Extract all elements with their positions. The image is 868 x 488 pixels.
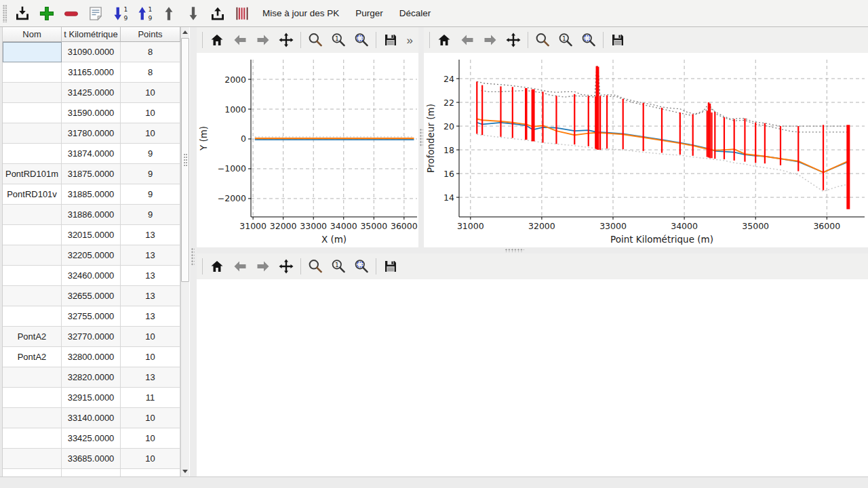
table-cell[interactable]: 13: [121, 367, 180, 388]
table-cell[interactable]: 10: [121, 103, 180, 123]
home-button[interactable]: [206, 256, 228, 277]
table-cell[interactable]: 13: [121, 266, 180, 286]
zoom-rect-button[interactable]: [351, 256, 372, 277]
table-cell[interactable]: 10: [121, 449, 180, 469]
table-cell[interactable]: [3, 266, 62, 286]
pan-button[interactable]: [502, 29, 524, 51]
table-cell[interactable]: 10: [121, 327, 180, 347]
table-cell[interactable]: [3, 245, 62, 266]
home-button[interactable]: [433, 29, 455, 51]
table-cell[interactable]: 31874.0000: [62, 144, 121, 164]
table-cell[interactable]: 31165.0000: [62, 62, 121, 83]
table-cell[interactable]: [3, 286, 62, 306]
bottom-chart-canvas[interactable]: [197, 279, 868, 476]
table-cell[interactable]: [3, 225, 62, 245]
table-cell[interactable]: [3, 367, 62, 388]
table-cell[interactable]: 31886.0000: [62, 205, 121, 225]
save-button[interactable]: [380, 29, 401, 51]
table-cell[interactable]: 10: [121, 347, 180, 367]
table-cell[interactable]: [62, 469, 121, 476]
horizontal-splitter[interactable]: [197, 247, 868, 253]
table-cell[interactable]: [3, 42, 62, 62]
table-cell[interactable]: 32655.0000: [62, 286, 121, 306]
zoom-button[interactable]: [532, 29, 553, 51]
table-cell[interactable]: 31425.0000: [62, 83, 121, 103]
forward-button[interactable]: [252, 29, 274, 51]
move-up-button[interactable]: [157, 2, 180, 25]
profile-chart-canvas[interactable]: 3100032000330003400035000360001416182022…: [424, 53, 868, 247]
export-button[interactable]: [206, 2, 229, 25]
table-cell[interactable]: 31590.0000: [62, 103, 121, 123]
home-button[interactable]: [206, 29, 228, 51]
table-cell[interactable]: 10: [121, 428, 180, 449]
save-button[interactable]: [380, 256, 401, 277]
table-cell[interactable]: [3, 449, 62, 469]
decaler-button[interactable]: Décaler: [393, 3, 438, 24]
column-header-points[interactable]: Points: [121, 27, 180, 42]
table-cell[interactable]: 9: [121, 164, 180, 184]
add-row-button[interactable]: [35, 2, 58, 25]
table-cell[interactable]: [3, 428, 62, 449]
table-cell[interactable]: 10: [121, 83, 180, 103]
table-cell[interactable]: 31875.0000: [62, 164, 121, 184]
table-cell[interactable]: 32800.0000: [62, 347, 121, 367]
move-down-button[interactable]: [182, 2, 205, 25]
table-cell[interactable]: 9: [121, 205, 180, 225]
table-cell[interactable]: PontA2: [3, 347, 62, 367]
purger-button[interactable]: Purger: [349, 3, 390, 24]
profiles-button[interactable]: [231, 2, 254, 25]
table-cell[interactable]: [3, 306, 62, 327]
table-cell[interactable]: 33685.0000: [62, 449, 121, 469]
table-cell[interactable]: 9: [121, 184, 180, 205]
plot-splitter[interactable]: [418, 27, 424, 247]
notes-button[interactable]: [84, 2, 107, 25]
update-pk-button[interactable]: Mise à jour des PK: [256, 3, 346, 24]
table-cell[interactable]: 8: [121, 62, 180, 83]
back-button[interactable]: [456, 29, 478, 51]
toolbar-grip[interactable]: [3, 5, 7, 22]
table-scrollbar[interactable]: [180, 27, 189, 476]
table-cell[interactable]: PontRD101v: [3, 184, 62, 205]
table-cell[interactable]: 32755.0000: [62, 306, 121, 327]
zoom-original-button[interactable]: 1: [555, 29, 576, 51]
table-cell[interactable]: [3, 205, 62, 225]
table-cell[interactable]: PontA2: [3, 327, 62, 347]
table-cell[interactable]: [3, 123, 62, 144]
zoom-rect-button[interactable]: [351, 29, 372, 51]
sort-descending-button[interactable]: 1 9: [108, 2, 132, 25]
scroll-up-button[interactable]: [181, 28, 189, 37]
save-button[interactable]: [607, 29, 629, 51]
table-cell[interactable]: PontRD101m: [3, 164, 62, 184]
table-cell[interactable]: 31090.0000: [62, 42, 121, 62]
table-cell[interactable]: [3, 388, 62, 408]
table-cell[interactable]: 32460.0000: [62, 266, 121, 286]
table-cell[interactable]: 32205.0000: [62, 245, 121, 266]
table-cell[interactable]: 9: [121, 144, 180, 164]
scroll-down-button[interactable]: [181, 467, 189, 476]
sort-ascending-button[interactable]: 1 9: [133, 2, 156, 25]
table-cell[interactable]: 32915.0000: [62, 388, 121, 408]
import-button[interactable]: [11, 2, 34, 25]
zoom-button[interactable]: [304, 29, 326, 51]
plan-chart-canvas[interactable]: 310003200033000340003500036000−2000−1000…: [197, 53, 418, 247]
toolbar-overflow-button[interactable]: »: [407, 35, 413, 46]
pan-button[interactable]: [275, 29, 297, 51]
table-cell[interactable]: 10: [121, 408, 180, 428]
table-cell[interactable]: [3, 408, 62, 428]
table-cell[interactable]: 13: [121, 245, 180, 266]
table-cell[interactable]: 8: [121, 42, 180, 62]
table-cell[interactable]: [3, 83, 62, 103]
pan-button[interactable]: [275, 256, 297, 277]
column-header-nom[interactable]: Nom: [3, 27, 62, 42]
zoom-rect-button[interactable]: [578, 29, 599, 51]
forward-button[interactable]: [479, 29, 501, 51]
table-cell[interactable]: 32820.0000: [62, 367, 121, 388]
remove-row-button[interactable]: [60, 2, 83, 25]
table-cell[interactable]: [3, 62, 62, 83]
table-cell[interactable]: 13: [121, 225, 180, 245]
table-cell[interactable]: 13: [121, 286, 180, 306]
table-cell[interactable]: 11: [121, 388, 180, 408]
zoom-original-button[interactable]: 1: [328, 256, 349, 277]
table-cell[interactable]: 32770.0000: [62, 327, 121, 347]
vertical-splitter[interactable]: [190, 27, 197, 476]
